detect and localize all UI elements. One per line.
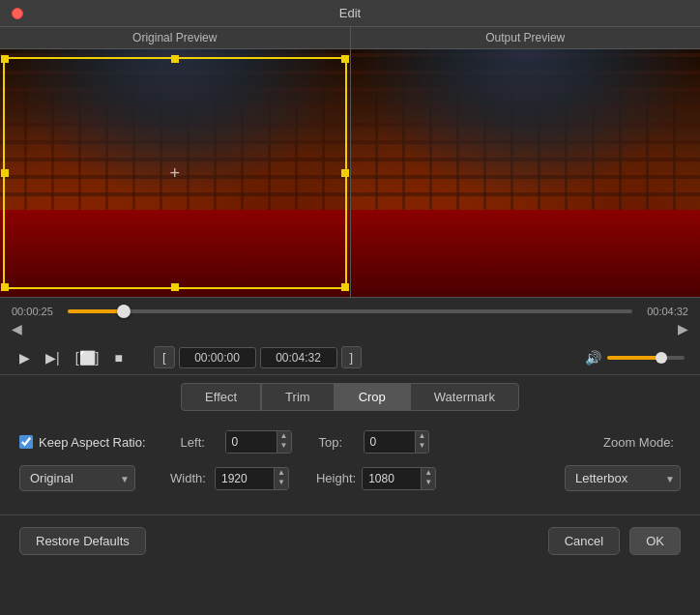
keep-aspect-ratio-label[interactable]: Keep Aspect Ratio: (19, 435, 146, 450)
height-spinners: ▲ ▼ (421, 468, 435, 489)
left-field-group: Left: ▲ ▼ (181, 430, 292, 454)
original-preview-canvas: + (0, 49, 350, 297)
footer-right: Cancel OK (548, 527, 681, 555)
stop-button[interactable]: ■ (110, 348, 126, 367)
crop-row-1: Keep Aspect Ratio: Left: ▲ ▼ Top: ▲ ▼ (19, 430, 681, 454)
height-input-wrap: ▲ ▼ (362, 467, 436, 490)
timeline-row: 00:00:25 00:04:32 (12, 306, 688, 317)
left-input[interactable] (226, 431, 277, 453)
width-input-wrap: ▲ ▼ (215, 467, 289, 490)
left-input-wrap: ▲ ▼ (225, 430, 292, 454)
timeline-end-time: 00:04:32 (640, 306, 688, 317)
timeline-section: 00:00:25 00:04:32 ◀ ▶ (0, 298, 700, 340)
trim-right-arrow[interactable]: ▶ (678, 321, 688, 337)
zoom-dropdown-wrap: Letterbox Pan & Scan Full ▼ (565, 465, 681, 491)
output-preview-pane: Output Preview (351, 27, 701, 297)
crop-row-2: Original 16:9 4:3 1:1 Custom ▼ Width: ▲ … (19, 465, 681, 491)
aspect-select[interactable]: Original 16:9 4:3 1:1 Custom (19, 465, 135, 491)
zoom-mode-label: Zoom Mode: (603, 435, 681, 450)
top-spinners: ▲ ▼ (415, 431, 429, 453)
time-input-group: [ ] (154, 346, 362, 368)
preview-section: Original Preview + Output Preview (0, 27, 700, 298)
ok-button[interactable]: OK (629, 527, 681, 555)
footer-section: Restore Defaults Cancel OK (0, 514, 700, 567)
volume-slider[interactable] (607, 356, 685, 360)
play-next-button[interactable]: ▶| (42, 348, 64, 367)
crop-settings: Keep Aspect Ratio: Left: ▲ ▼ Top: ▲ ▼ (0, 419, 700, 514)
play-button[interactable]: ▶ (15, 348, 34, 367)
height-field-group: Height: ▲ ▼ (316, 467, 436, 490)
restore-defaults-button[interactable]: Restore Defaults (19, 527, 146, 555)
keep-aspect-ratio-text: Keep Aspect Ratio: (39, 435, 146, 450)
aspect-dropdown-wrap: Original 16:9 4:3 1:1 Custom ▼ (19, 465, 135, 491)
height-spin-down[interactable]: ▼ (422, 478, 435, 487)
left-spinners: ▲ ▼ (277, 431, 291, 453)
timeline-slider[interactable] (68, 309, 632, 313)
height-input[interactable] (363, 468, 421, 489)
trim-left-arrow[interactable]: ◀ (12, 321, 22, 337)
width-spin-up[interactable]: ▲ (275, 468, 288, 478)
bracket-right-button[interactable]: ] (341, 346, 363, 368)
original-preview-pane: Original Preview + (0, 27, 351, 297)
controls-section: ▶ ▶| [⬜] ■ [ ] 🔊 (0, 340, 700, 375)
width-spin-down[interactable]: ▼ (275, 478, 288, 487)
window-title: Edit (339, 6, 361, 20)
height-label: Height: (316, 471, 356, 485)
cancel-button[interactable]: Cancel (548, 527, 620, 555)
top-input[interactable] (365, 431, 415, 453)
height-spin-up[interactable]: ▲ (422, 468, 435, 478)
capture-button[interactable]: [⬜] (72, 348, 103, 367)
tab-trim[interactable]: Trim (261, 383, 335, 411)
tab-crop[interactable]: Crop (335, 383, 410, 411)
timeline-progress (68, 309, 124, 313)
output-preview-label: Output Preview (351, 27, 701, 49)
volume-icon: 🔊 (585, 350, 601, 366)
top-spin-down[interactable]: ▼ (416, 441, 429, 451)
video-arch (0, 49, 350, 198)
video-cloth (0, 210, 350, 297)
left-spin-down[interactable]: ▼ (277, 441, 291, 451)
title-bar: Edit (0, 0, 700, 27)
volume-thumb[interactable] (656, 352, 667, 364)
width-label: Width: (170, 471, 209, 485)
output-video-cloth (351, 210, 701, 297)
top-label: Top: (319, 435, 358, 450)
top-field-group: Top: ▲ ▼ (319, 430, 430, 454)
original-preview-label: Original Preview (0, 27, 350, 49)
top-input-wrap: ▲ ▼ (364, 430, 430, 454)
end-timecode-input[interactable] (260, 347, 337, 368)
left-label: Left: (181, 435, 219, 450)
left-spin-up[interactable]: ▲ (277, 431, 291, 441)
output-video-arch (351, 49, 701, 198)
timeline-start-time: 00:00:25 (12, 306, 60, 317)
bracket-left-button[interactable]: [ (154, 346, 175, 368)
tab-effect[interactable]: Effect (181, 383, 261, 411)
trim-handles: ◀ ▶ (12, 321, 688, 337)
output-preview-canvas (351, 49, 701, 297)
timeline-thumb[interactable] (117, 305, 131, 318)
close-button[interactable] (12, 8, 23, 19)
start-timecode-input[interactable] (179, 347, 256, 368)
output-video-bg (351, 49, 701, 297)
zoom-select[interactable]: Letterbox Pan & Scan Full (565, 465, 681, 491)
original-video-bg (0, 49, 350, 297)
top-spin-up[interactable]: ▲ (416, 431, 429, 441)
width-spinners: ▲ ▼ (274, 468, 288, 489)
volume-group: 🔊 (585, 350, 685, 366)
keep-aspect-ratio-checkbox[interactable] (19, 435, 33, 449)
tabs-section: Effect Trim Crop Watermark (0, 375, 700, 419)
width-field-group: Width: ▲ ▼ (170, 467, 289, 490)
width-input[interactable] (216, 468, 274, 489)
tab-watermark[interactable]: Watermark (410, 383, 519, 411)
